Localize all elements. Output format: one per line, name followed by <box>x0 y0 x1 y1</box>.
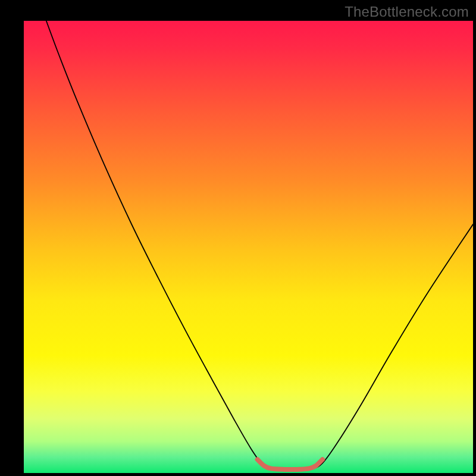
gradient-background <box>24 21 473 473</box>
chart-frame: TheBottleneck.com <box>0 0 476 476</box>
bottleneck-chart <box>0 0 476 476</box>
watermark-text: TheBottleneck.com <box>345 4 469 20</box>
